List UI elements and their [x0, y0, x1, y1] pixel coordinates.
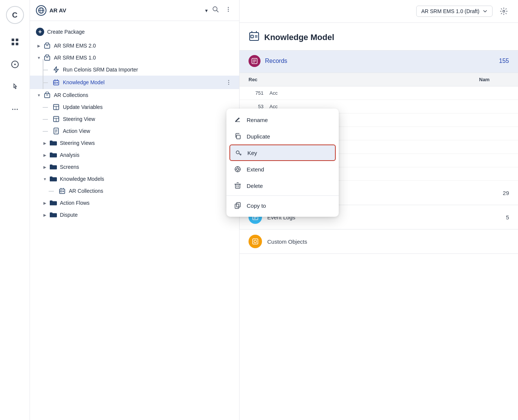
nav-more-icon[interactable] — [7, 102, 22, 117]
tree-item-label-ar-srm-ems-2: AR SRM EMS 2.0 — [54, 43, 233, 49]
event-logs-count: 5 — [506, 214, 509, 220]
tree-item-dispute-folder[interactable]: ▶ Dispute — [30, 209, 239, 221]
app-logo[interactable]: C — [6, 6, 24, 24]
chevron-kmf-down: ▼ — [42, 176, 48, 182]
svg-point-7 — [14, 109, 15, 110]
context-menu-extend[interactable]: Extend — [226, 161, 339, 177]
tree-item-label-steering-views-folder: Steering Views — [60, 140, 233, 146]
svg-point-44 — [503, 10, 505, 12]
rename-label: Rename — [247, 117, 268, 123]
svg-point-14 — [228, 7, 229, 8]
svg-rect-1 — [16, 39, 18, 41]
tree-item-label-knowledge-model: Knowledge Model — [63, 79, 224, 85]
svg-rect-20 — [46, 57, 48, 58]
svg-rect-67 — [237, 203, 240, 207]
records-tab[interactable]: Records 155 — [240, 51, 518, 73]
records-tab-icon — [249, 55, 260, 67]
record-name: Acc — [269, 90, 509, 96]
chevron-aff-right: ▶ — [42, 200, 48, 206]
context-menu-key[interactable]: Key — [229, 144, 336, 161]
svg-rect-46 — [251, 35, 253, 38]
context-menu: Rename Duplicate Key — [226, 109, 339, 217]
svg-point-26 — [228, 82, 229, 83]
context-menu-divider — [226, 195, 339, 196]
svg-rect-0 — [12, 39, 14, 41]
chevron-af-right: ▶ — [42, 152, 48, 158]
create-package-item[interactable]: + Create Package — [30, 24, 239, 40]
col-header-name: Rec — [249, 77, 479, 82]
context-menu-copy-to[interactable]: Copy to — [226, 197, 339, 214]
tree-item-action-flows-folder[interactable]: ▶ Action Flows — [30, 197, 239, 209]
svg-rect-19 — [45, 56, 50, 60]
svg-point-16 — [228, 11, 229, 12]
svg-point-57 — [254, 240, 257, 243]
records-tab-count: 155 — [499, 58, 509, 64]
context-menu-duplicate[interactable]: Duplicate — [226, 128, 339, 144]
draft-selector-label: AR SRM EMS 1.0 (Draft) — [421, 8, 479, 14]
nav-compass-icon[interactable] — [7, 57, 22, 72]
tree-item-knowledge-model[interactable]: Knowledge Model — [30, 76, 239, 89]
key-icon — [235, 149, 242, 156]
chevron-sf-right: ▶ — [42, 164, 48, 170]
package-icon-2 — [43, 54, 51, 61]
svg-rect-29 — [46, 95, 48, 95]
package-icon — [43, 42, 51, 49]
tree-item-steering-views-folder[interactable]: ▶ Steering Views — [30, 137, 239, 149]
settings-button[interactable] — [497, 4, 511, 18]
tree-item-label-action-view: Action View — [63, 128, 233, 134]
tree-item-update-variables[interactable]: Update Variables — [30, 101, 239, 113]
knowledge-model-more-button[interactable] — [224, 78, 233, 87]
context-menu-delete[interactable]: Delete — [226, 177, 339, 194]
extend-label: Extend — [247, 166, 264, 173]
tree-item-run-celonis[interactable]: Run Celonis SRM Data Importer — [30, 64, 239, 76]
svg-rect-28 — [45, 94, 50, 98]
svg-point-60 — [236, 151, 239, 154]
delete-label: Delete — [247, 183, 263, 189]
sidebar: AR AV ▾ — [30, 0, 240, 420]
tree-item-analysis-folder[interactable]: ▶ Analysis — [30, 149, 239, 161]
custom-objects-label: Custom Objects — [267, 238, 504, 245]
folder-icon-af — [49, 151, 57, 159]
chevron-svf-right: ▶ — [42, 140, 48, 146]
records-tab-label: Records — [265, 58, 287, 64]
copy-to-icon — [234, 202, 241, 209]
tree-item-label-run-celonis: Run Celonis SRM Data Importer — [63, 67, 233, 73]
header-actions — [211, 4, 233, 16]
tree-item-ar-srm-ems-2[interactable]: ▶ AR SRM EMS 2.0 — [30, 40, 239, 52]
search-button[interactable] — [211, 4, 220, 16]
svg-rect-41 — [60, 191, 62, 192]
create-package-label: Create Package — [47, 29, 85, 35]
nav-apps-icon[interactable] — [7, 34, 22, 49]
context-menu-rename[interactable]: Rename — [226, 112, 339, 128]
doc-icon-av — [52, 127, 60, 135]
tree-item-label-analysis-folder: Analysis — [60, 152, 233, 158]
km-icon — [52, 79, 60, 86]
col-header-name2: Nam — [479, 77, 509, 82]
tree-item-ar-srm-ems-1[interactable]: ▼ AR SRM EMS 1.0 — [30, 52, 239, 64]
sidebar-header: AR AV ▾ — [30, 0, 239, 21]
draft-selector[interactable]: AR SRM EMS 1.0 (Draft) — [416, 6, 493, 17]
svg-point-62 — [237, 168, 239, 170]
tree-item-ar-collections-km[interactable]: AR Collections — [30, 185, 239, 197]
tree-item-action-view[interactable]: Action View — [30, 125, 239, 137]
more-options-button[interactable] — [223, 4, 233, 16]
workspace-dropdown-icon[interactable]: ▾ — [205, 7, 208, 13]
right-header: AR SRM EMS 1.0 (Draft) — [240, 0, 518, 23]
table-row: 751 Acc — [240, 86, 518, 100]
nav-cursor-icon[interactable] — [7, 79, 22, 94]
svg-rect-22 — [54, 82, 56, 83]
svg-point-15 — [228, 9, 229, 10]
folder-icon-aff — [49, 199, 57, 207]
km-title-icon — [249, 30, 260, 44]
tree-item-screens-folder[interactable]: ▶ Screens — [30, 161, 239, 173]
record-number: 751 — [249, 90, 263, 96]
tree-item-steering-view[interactable]: Steering View — [30, 113, 239, 125]
workspace-name: AR AV — [49, 7, 202, 13]
custom-objects-icon — [249, 235, 262, 248]
tree-item-ar-collections[interactable]: ▼ AR Collections — [30, 89, 239, 101]
svg-point-27 — [228, 84, 229, 85]
table-icon-uv — [52, 103, 60, 111]
custom-objects-section[interactable]: Custom Objects — [240, 229, 518, 254]
svg-point-8 — [16, 109, 18, 110]
tree-item-knowledge-models-folder[interactable]: ▼ Knowledge Models — [30, 173, 239, 185]
